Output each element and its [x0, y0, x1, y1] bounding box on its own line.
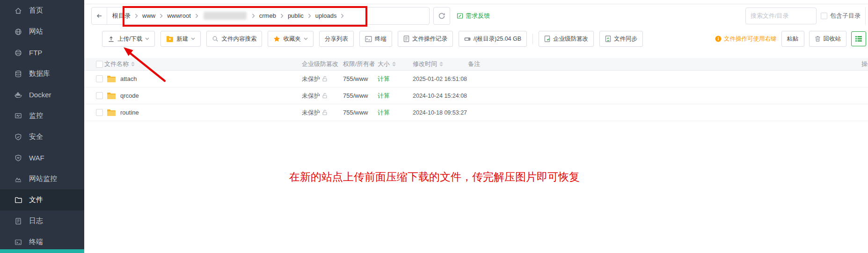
row-checkbox[interactable] — [96, 75, 103, 82]
unlock-icon — [322, 93, 328, 99]
paste-button[interactable]: 粘贴 — [781, 31, 804, 47]
new-label: 新建 — [176, 35, 188, 43]
topbar: 根目录 www wwwroot crmeb public uploads 需求反… — [84, 4, 868, 27]
file-table: 文件名称 企业级防篡改 权限/所有者 大小 修改时间 备注 操作 attach — [84, 58, 868, 121]
sidebar-item-label: FTP — [29, 49, 42, 57]
file-name[interactable]: qrcode — [120, 92, 139, 99]
sidebar-item-logs[interactable]: 日志 — [0, 210, 84, 231]
document-icon — [403, 36, 409, 42]
breadcrumb-segment[interactable]: wwwroot — [166, 12, 192, 19]
sort-icon[interactable] — [439, 62, 443, 66]
search-group: 包含子目录 — [745, 7, 868, 25]
breadcrumb-segment[interactable]: uploads — [314, 12, 338, 19]
file-name[interactable]: attach — [120, 75, 137, 82]
file-operations-log-button[interactable]: 文件操作记录 — [398, 31, 453, 47]
row-checkbox-cell — [84, 109, 107, 116]
list-view-icon — [855, 36, 862, 42]
sidebar-item-waf[interactable]: WAF — [0, 147, 84, 168]
breadcrumb-segment[interactable]: www — [141, 12, 156, 19]
file-name-cell: routine — [107, 109, 302, 116]
upload-download-label: 上传/下载 — [117, 35, 142, 43]
include-subdir-option[interactable]: 包含子目录 — [821, 12, 861, 20]
breadcrumb-root[interactable]: 根目录 — [111, 12, 131, 20]
breadcrumb-path: 根目录 www wwwroot crmeb public uploads — [107, 7, 347, 24]
sidebar-item-home[interactable]: 首页 — [0, 0, 84, 21]
include-subdir-checkbox[interactable] — [821, 13, 827, 19]
refresh-icon — [438, 12, 445, 20]
anti-tamper-cell: 未保护 — [302, 75, 343, 83]
sidebar-item-website[interactable]: 网站 — [0, 21, 84, 42]
header-perm: 权限/所有者 — [343, 60, 378, 68]
share-list-button[interactable]: 分享列表 — [319, 31, 354, 47]
sort-icon[interactable] — [392, 62, 396, 66]
trash-icon — [815, 36, 821, 42]
file-sync-icon — [605, 36, 611, 42]
sidebar-item-label: 网站监控 — [29, 174, 57, 183]
favorites-button[interactable]: 收藏夹 — [268, 31, 314, 47]
refresh-button[interactable] — [433, 7, 450, 25]
feedback-label: 需求反馈 — [466, 12, 490, 20]
new-button[interactable]: 新建 — [160, 31, 201, 47]
recycle-bin-button[interactable]: 回收站 — [809, 31, 847, 47]
list-view-button[interactable] — [851, 31, 866, 46]
calc-size-link[interactable]: 计算 — [378, 109, 390, 116]
toolbar: 上传/下载 新建 文件内容搜索 收藏夹 分享列表 终端 文件操作记录 — [84, 31, 868, 47]
header-note: 备注 — [468, 60, 846, 68]
sidebar-item-site-monitor[interactable]: 网站监控 — [0, 168, 84, 189]
sidebar-item-security[interactable]: 安全 — [0, 126, 84, 147]
unlock-icon — [322, 76, 328, 82]
anti-tamper-label: 企业级防篡改 — [553, 35, 588, 43]
header-size[interactable]: 大小 — [378, 60, 413, 68]
anti-tamper-cell: 未保护 — [302, 108, 343, 117]
table-row: routine 未保护 755/www 计算 2024-10-18 09:53:… — [84, 104, 868, 121]
sidebar-item-docker[interactable]: Docker — [0, 84, 84, 105]
select-all-checkbox[interactable] — [96, 61, 103, 68]
upload-download-button[interactable]: 上传/下载 — [102, 31, 155, 47]
info-icon — [715, 36, 722, 42]
monitor-icon — [14, 112, 22, 120]
row-checkbox[interactable] — [96, 92, 103, 99]
calc-size-link[interactable]: 计算 — [378, 92, 390, 99]
table-row: qrcode 未保护 755/www 计算 2024-10-24 15:24:0… — [84, 87, 868, 104]
terminal-icon — [365, 36, 372, 42]
sidebar-item-monitor[interactable]: 监控 — [0, 105, 84, 126]
terminal-button[interactable]: 终端 — [359, 31, 392, 47]
table-row: attach 未保护 755/www 计算 2025-01-02 16:51:0… — [84, 71, 868, 87]
sidebar-item-files[interactable]: 文件 — [0, 189, 84, 210]
disk-usage-button[interactable]: /(根目录)25.04 GB — [459, 31, 527, 47]
topbar-divider — [865, 7, 866, 25]
sidebar-item-label: 终端 — [29, 238, 43, 246]
file-sync-button[interactable]: 文件同步 — [599, 31, 643, 47]
search-input[interactable] — [745, 7, 817, 24]
docker-icon — [14, 91, 22, 99]
header-name[interactable]: 文件名称 — [104, 60, 302, 68]
sidebar-item-label: 首页 — [29, 6, 43, 15]
new-folder-icon — [166, 36, 174, 42]
chevron-right-icon — [341, 14, 344, 18]
anti-tamper-shield-icon — [544, 36, 550, 42]
back-button[interactable] — [92, 7, 107, 24]
breadcrumb-segment[interactable]: crmeb — [258, 12, 277, 19]
sidebar-item-label: WAF — [29, 154, 44, 162]
chevron-right-icon — [135, 14, 138, 18]
chevron-down-icon — [145, 37, 149, 40]
sidebar-item-label: 日志 — [29, 217, 43, 225]
breadcrumb-segment[interactable]: public — [287, 12, 305, 19]
file-name[interactable]: routine — [120, 109, 139, 116]
calc-size-link[interactable]: 计算 — [378, 75, 390, 82]
row-checkbox[interactable] — [96, 109, 103, 116]
sort-icon[interactable] — [131, 62, 135, 66]
header-mtime[interactable]: 修改时间 — [413, 60, 468, 68]
feedback-link[interactable]: 需求反馈 — [457, 12, 490, 20]
chevron-down-icon — [191, 37, 195, 40]
redacted-path-segment[interactable] — [204, 12, 247, 20]
sidebar-item-database[interactable]: 数据库 — [0, 63, 84, 84]
anti-tamper-button[interactable]: 企业级防篡改 — [539, 31, 594, 47]
content-search-button[interactable]: 文件内容搜索 — [206, 31, 262, 47]
folder-icon — [107, 92, 116, 100]
right-click-hint-label: 文件操作可使用右键 — [724, 35, 777, 43]
sidebar-item-ftp[interactable]: FTP — [0, 42, 84, 63]
file-manager-panel: 根目录 www wwwroot crmeb public uploads 需求反… — [84, 0, 868, 253]
folder-icon — [107, 75, 116, 83]
upload-icon — [108, 36, 115, 43]
